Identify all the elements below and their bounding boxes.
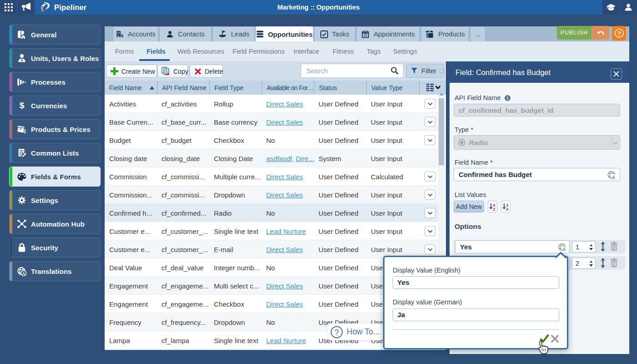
svg-text:A: A [562, 247, 566, 252]
svg-text:A: A [22, 271, 25, 275]
svg-text:Z: Z [493, 207, 495, 211]
svg-text:A: A [506, 207, 509, 211]
svg-text:?: ? [617, 30, 621, 37]
svg-text:A: A [612, 175, 616, 180]
svg-text:22: 22 [364, 34, 368, 37]
svg-text:$: $ [20, 101, 25, 110]
svg-text:?: ? [334, 328, 339, 337]
